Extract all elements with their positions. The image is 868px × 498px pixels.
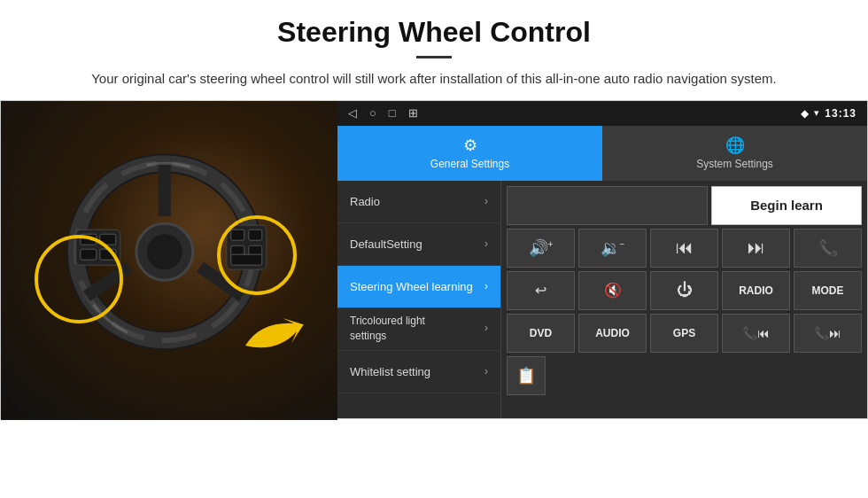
volume-down-button[interactable]: 🔉− [578, 229, 647, 268]
phone-prev-icon: 📞⏮ [742, 326, 770, 340]
settings-tabs: ⚙ General Settings 🌐 System Settings [337, 126, 867, 181]
time-display: 13:13 [825, 107, 856, 120]
nav-icons: ◁ ○ □ ⊞ [348, 106, 418, 120]
left-panel [1, 101, 337, 420]
dvd-button-label: DVD [530, 327, 552, 339]
dvd-button[interactable]: DVD [507, 314, 575, 353]
begin-learn-button[interactable]: Begin learn [711, 186, 862, 225]
tab-general[interactable]: ⚙ General Settings [337, 126, 602, 181]
chevron-steering-icon: › [484, 280, 488, 292]
audio-button[interactable]: AUDIO [578, 314, 647, 353]
hang-up-icon: ↩ [535, 282, 546, 299]
chevron-radio-icon: › [484, 195, 488, 207]
btn-row-2: ↩ 🔇 ⏻ RADIO MODE [507, 271, 862, 310]
recent-icon[interactable]: □ [389, 106, 396, 120]
power-button[interactable]: ⏻ [650, 271, 718, 310]
menu-icon[interactable]: ⊞ [408, 106, 418, 120]
yellow-circle-right [217, 215, 297, 295]
power-icon: ⏻ [677, 281, 693, 300]
menu-panel: Radio › DefaultSetting › Steering Wheel … [337, 181, 501, 418]
menu-item-steering[interactable]: Steering Wheel learning › [337, 266, 500, 308]
page-title: Steering Wheel Control [53, 16, 815, 49]
phone-button[interactable]: 📞 [794, 229, 862, 268]
mode-button-label: MODE [812, 284, 844, 297]
menu-item-radio[interactable]: Radio › [337, 181, 500, 223]
next-track-icon: ⏭ [748, 237, 765, 258]
menu-item-default[interactable]: DefaultSetting › [337, 223, 500, 266]
audio-button-label: AUDIO [595, 327, 630, 339]
menu-tricoloured-label: Tricoloured lightsettings [350, 314, 425, 344]
begin-learn-spacer [507, 186, 708, 225]
volume-up-button[interactable]: 🔊+ [507, 229, 575, 268]
home-icon[interactable]: ○ [369, 106, 376, 120]
mode-button[interactable]: MODE [794, 271, 862, 310]
list-icon: 📋 [516, 366, 536, 385]
menu-whitelist-label: Whitelist setting [350, 365, 430, 378]
yellow-circle-left [35, 235, 123, 323]
content-area: Radio › DefaultSetting › Steering Wheel … [337, 181, 867, 418]
chevron-whitelist-icon: › [484, 365, 488, 377]
tab-system[interactable]: 🌐 System Settings [602, 126, 867, 181]
header-section: Steering Wheel Control Your original car… [0, 0, 868, 100]
chevron-tricoloured-icon: › [484, 322, 488, 336]
list-icon-button[interactable]: 📋 [507, 356, 546, 395]
signal-icon: ▾ [814, 107, 819, 119]
phone-prev-button[interactable]: 📞⏮ [722, 314, 790, 353]
hang-up-button[interactable]: ↩ [507, 271, 575, 310]
btn-row-3: DVD AUDIO GPS 📞⏮ 📞⏭ [507, 314, 862, 353]
right-panel: ◁ ○ □ ⊞ ◆ ▾ 13:13 ⚙ General Settings 🌐 S… [337, 101, 867, 418]
menu-radio-label: Radio [350, 195, 380, 208]
next-track-button[interactable]: ⏭ [722, 229, 790, 268]
begin-learn-label: Begin learn [750, 198, 823, 213]
volume-down-icon: 🔉− [601, 238, 625, 258]
header-divider [416, 56, 452, 58]
mute-button[interactable]: 🔇 [578, 271, 647, 310]
control-panel: Begin learn 🔊+ 🔉− ⏮ ⏭ [501, 181, 867, 418]
volume-up-icon: 🔊+ [529, 238, 554, 258]
radio-button[interactable]: RADIO [722, 271, 790, 310]
phone-next-icon: 📞⏭ [814, 326, 841, 340]
status-bar: ◁ ○ □ ⊞ ◆ ▾ 13:13 [337, 101, 867, 126]
menu-default-label: DefaultSetting [350, 237, 422, 251]
status-right: ◆ ▾ 13:13 [801, 107, 856, 120]
chevron-default-icon: › [484, 237, 488, 250]
system-settings-icon: 🌐 [725, 136, 745, 155]
main-content: ◁ ○ □ ⊞ ◆ ▾ 13:13 ⚙ General Settings 🌐 S… [0, 100, 868, 419]
back-icon[interactable]: ◁ [348, 106, 357, 120]
header-subtitle: Your original car's steering wheel contr… [53, 69, 815, 89]
tab-general-label: General Settings [430, 158, 509, 170]
menu-steering-label: Steering Wheel learning [350, 280, 473, 293]
menu-item-tricoloured[interactable]: Tricoloured lightsettings › [337, 308, 500, 351]
phone-icon: 📞 [818, 238, 838, 258]
gps-icon: ◆ [801, 107, 809, 120]
svg-point-7 [147, 234, 182, 269]
gps-button[interactable]: GPS [650, 314, 718, 353]
gps-button-label: GPS [673, 327, 695, 339]
tab-system-label: System Settings [696, 158, 773, 170]
btn-row-4: 📋 [507, 356, 546, 395]
general-settings-icon: ⚙ [463, 136, 477, 155]
prev-track-icon: ⏮ [676, 237, 694, 258]
radio-button-label: RADIO [739, 284, 773, 297]
phone-next-button[interactable]: 📞⏭ [794, 314, 862, 353]
mute-icon: 🔇 [604, 282, 622, 299]
prev-track-button[interactable]: ⏮ [650, 229, 718, 268]
begin-learn-row: Begin learn [507, 186, 862, 225]
menu-item-whitelist[interactable]: Whitelist setting › [337, 351, 500, 393]
btn-row-1: 🔊+ 🔉− ⏮ ⏭ 📞 [507, 229, 862, 268]
